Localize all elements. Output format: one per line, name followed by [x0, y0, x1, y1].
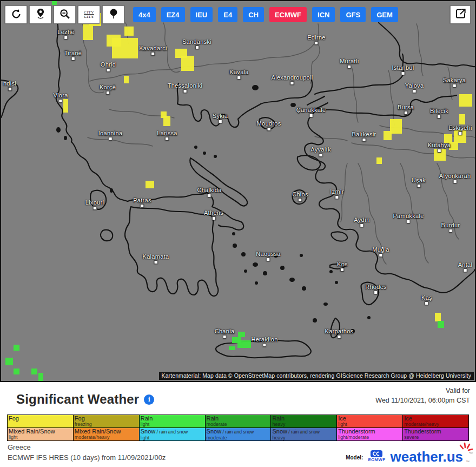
model-label: Model: — [346, 455, 363, 464]
rain-patch — [237, 340, 251, 348]
rain-patch — [38, 373, 43, 382]
city-labels-toggle-button[interactable]: CITY CITY — [78, 5, 100, 24]
zoom-out-button[interactable] — [54, 5, 76, 24]
location-pin-icon — [35, 8, 47, 22]
trademark-text: ™ — [466, 460, 470, 464]
fog-patch — [376, 157, 382, 164]
legend-cell-rain-heavy: Rainheavy — [271, 415, 336, 427]
fog-patch — [124, 76, 129, 83]
balloon-marker-icon — [108, 8, 120, 22]
legend-cell-ice-moderate-heavy: Icemoderate/heavy — [403, 415, 468, 427]
fog-patch — [384, 131, 392, 140]
fog-patch — [163, 116, 170, 126]
admin-borders — [82, 23, 475, 264]
refresh-button[interactable] — [5, 5, 27, 24]
model-button-group: 4x4EZ4IEUE4CHECMWFICNGFSGEM — [133, 7, 398, 22]
rain-patch — [31, 369, 37, 374]
legend-cell-mixed-rain-snow-moderate-heavy: Mixed Rain/Snowmoderate/heavy — [74, 428, 139, 440]
legend-panel: Significant Weather i Valid for Wed 11/1… — [0, 382, 476, 467]
legend-colorbar: FogFogfreezingRainlightRainmoderateRainh… — [7, 415, 469, 441]
rain-patch — [438, 321, 444, 328]
refresh-icon — [10, 8, 22, 22]
legend-cell-thunderstorm-severe: Thunderstormsevere — [403, 428, 468, 440]
model-button-e4[interactable]: E4 — [218, 7, 237, 22]
fog-patch — [146, 181, 154, 188]
fog-patch — [459, 114, 465, 124]
fog-patch — [434, 149, 446, 161]
rain-patch — [229, 346, 235, 350]
map-toolbar: CITY CITY 4x4EZ4IEUE4CHECMWFICNGFSGEM — [5, 5, 398, 24]
rain-patch — [14, 369, 19, 374]
model-button-ch[interactable]: CH — [243, 7, 264, 22]
legend-cell-rain-moderate: Rainmoderate — [206, 415, 271, 427]
brand-weather-text: weather. — [391, 449, 447, 465]
legend-cell-ice-light: Icelight — [337, 415, 402, 427]
fog-patch — [181, 56, 194, 71]
share-button[interactable] — [450, 5, 471, 24]
model-button-ieu[interactable]: IEU — [190, 7, 213, 22]
model-button-ez4[interactable]: EZ4 — [161, 7, 185, 22]
model-button-icn[interactable]: ICN — [312, 7, 335, 22]
model-button-ecmwf[interactable]: ECMWF — [269, 7, 307, 22]
brand-block: Model: ECMWF weather.us ™ — [346, 450, 471, 464]
legend-cell-snow-light: Snow / rain and snowlight — [140, 428, 205, 440]
location-button[interactable] — [29, 5, 51, 24]
run-info: Greece ECMWF IFS HRES (10 days) from 11/… — [8, 443, 166, 463]
valid-for-label: Valid for — [375, 386, 470, 396]
zoom-out-icon — [59, 8, 71, 22]
rain-patch — [52, 1, 57, 5]
page-title: Significant Weather — [16, 392, 139, 407]
legend-cell-rain-light: Rainlight — [140, 415, 205, 427]
legend-cell-snow-heavy: Snow / rain and snowheavy — [271, 428, 336, 440]
legend-cell-fog: Fog — [8, 415, 73, 427]
fog-patch — [390, 119, 402, 134]
fog-patch — [435, 313, 441, 321]
legend-cell-fog-freezing: Fogfreezing — [74, 415, 139, 427]
legend-cell-mixed-rain-snow-light: Mixed Rain/Snowlight — [8, 428, 73, 440]
legend-cell-snow-moderate: Snow / rain and snowmoderate — [206, 428, 271, 440]
weather-us-app: LezhëTiranëOhridKavadarciSandanskiEdirne… — [0, 0, 476, 467]
share-icon — [454, 8, 467, 22]
ecmwf-icon — [371, 450, 382, 457]
city-labels-off-label: CITY — [84, 15, 94, 19]
fog-patch — [112, 38, 138, 58]
fog-patch — [124, 27, 134, 36]
valid-datetime: Wed 11/10/2021, 06:00pm CST — [375, 396, 470, 406]
city-labels-on-label: CITY — [84, 10, 94, 15]
model-button-gem[interactable]: GEM — [371, 7, 398, 22]
ecmwf-logo-text: ECMWF — [368, 458, 385, 462]
model-button-4x4[interactable]: 4x4 — [133, 7, 156, 22]
info-icon[interactable]: i — [144, 394, 154, 405]
model-run-label: ECMWF IFS HRES (10 days) from 11/09/2021… — [8, 453, 166, 463]
model-button-gfs[interactable]: GFS — [340, 7, 366, 22]
valid-for-block: Valid for Wed 11/10/2021, 06:00pm CST — [375, 386, 470, 405]
fog-patch — [459, 94, 472, 107]
rain-patch — [238, 332, 245, 337]
rain-patch — [5, 358, 13, 365]
ecmwf-logo: ECMWF — [368, 450, 385, 464]
fog-patch — [63, 99, 68, 113]
fog-patch — [449, 142, 458, 150]
fog-patch — [454, 130, 466, 143]
marker-button[interactable] — [102, 5, 124, 24]
fog-patch — [83, 24, 93, 40]
rain-patch — [14, 345, 19, 351]
coastlines — [1, 23, 475, 358]
sun-rays-icon — [459, 442, 473, 454]
map-canvas[interactable]: LezhëTiranëOhridKavadarciSandanskiEdirne… — [0, 0, 476, 382]
map-attribution: Kartenmaterial: Map data © OpenStreetMap… — [159, 372, 474, 380]
coastline-layer — [1, 1, 475, 381]
region-label: Greece — [8, 443, 166, 453]
weather-us-logo: weather.us ™ — [391, 450, 471, 464]
legend-cell-thunderstorm-light-moderate: Thunderstormlight/moderate — [337, 428, 402, 440]
